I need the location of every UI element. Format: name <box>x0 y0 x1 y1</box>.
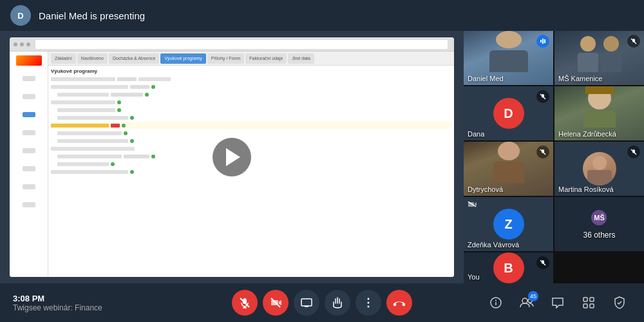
app-row-5 <box>51 107 451 113</box>
mic-button[interactable] <box>232 290 258 316</box>
presenter-name: Daniel Med is presenting <box>39 10 145 21</box>
svg-rect-1 <box>542 39 544 44</box>
tile-you[interactable]: B You <box>464 252 553 283</box>
app-row-7 <box>51 122 451 129</box>
app-tabs: Základní Navštíveno Docházka & Absence V… <box>48 52 454 66</box>
main-content: Základní Navštíveno Docházka & Absence V… <box>0 31 644 283</box>
app-sidebar <box>10 52 48 277</box>
tile-ms[interactable]: MŠ Kamenice <box>554 31 644 85</box>
svg-point-25 <box>495 300 497 301</box>
tile-ms-name: MŠ Kamenice <box>558 75 602 82</box>
bottom-toolbar: 3:08 PM Twigsee webinár: Finance <box>0 283 644 322</box>
app-logo <box>16 55 42 66</box>
avatar-stack: MŠ <box>590 209 608 227</box>
tile-dytrychova-name: Dytrychová <box>468 185 503 193</box>
speaking-icon <box>536 35 549 48</box>
svg-point-26 <box>522 298 527 303</box>
browser-url-bar <box>35 40 448 49</box>
participants-button[interactable]: 45 <box>515 291 538 314</box>
tile-dana[interactable]: D Dana <box>464 86 553 140</box>
app-row-12 <box>51 161 451 167</box>
dana-mute-icon <box>536 90 549 103</box>
svg-rect-22 <box>402 303 405 306</box>
svg-rect-29 <box>590 298 594 301</box>
app-tab-2: Navštíveno <box>77 53 108 64</box>
sidebar-item-5 <box>10 142 48 160</box>
security-button[interactable] <box>608 291 631 314</box>
tile-daniel[interactable]: Daniel Med <box>464 31 553 85</box>
app-row-11 <box>51 153 451 160</box>
ms-head-1 <box>580 36 596 52</box>
svg-rect-28 <box>583 298 587 301</box>
app-tab-7: Jiné data <box>288 53 314 64</box>
chat-button[interactable] <box>546 291 569 314</box>
tile-martina-name: Martina Rosíková <box>558 185 614 193</box>
martina-mute-icon <box>627 146 640 158</box>
you-mute-icon <box>536 256 549 269</box>
ms-mute-icon <box>627 35 640 48</box>
svg-rect-2 <box>544 39 545 43</box>
video-button[interactable] <box>263 290 289 316</box>
more-button[interactable] <box>355 290 381 316</box>
app-row-10 <box>51 146 451 152</box>
tile-dytrychova[interactable]: Dytrychová <box>464 142 553 196</box>
zdenka-avatar: Z <box>493 209 524 240</box>
ms-body-1 <box>578 53 598 72</box>
svg-rect-14 <box>271 300 278 305</box>
tile-zdenka[interactable]: Z Zdeňka Vávrová <box>464 197 553 251</box>
tile-you-name: You <box>468 273 480 281</box>
sidebar-item-6 <box>10 160 48 178</box>
tile-helena[interactable]: Helena Zdrůbecká <box>554 86 644 140</box>
svg-rect-30 <box>583 304 587 308</box>
helena-hair <box>585 86 614 94</box>
screen-share-button[interactable] <box>294 290 319 316</box>
app-row-8 <box>51 130 451 137</box>
app-section-title: Výukové programy <box>51 68 451 74</box>
app-row-6 <box>51 115 451 121</box>
svg-point-19 <box>368 302 370 304</box>
tile-36others-name: 36 others <box>583 231 615 240</box>
you-avatar: B <box>493 252 524 283</box>
ms-head-2 <box>603 36 619 52</box>
helena-body <box>583 111 616 128</box>
participants-badge: 45 <box>528 291 538 301</box>
tile-zdenka-name: Zdeňka Vávrová <box>468 241 519 249</box>
app-body: Výukové programy <box>48 66 454 179</box>
sidebar-item-4 <box>10 124 48 142</box>
tile-daniel-name: Daniel Med <box>468 75 504 82</box>
ms-person-1 <box>578 36 598 72</box>
app-row-1 <box>51 76 451 82</box>
dytr-head <box>498 142 520 160</box>
ms-person-2 <box>601 36 621 72</box>
app-row-13 <box>51 169 451 175</box>
top-bar: D Daniel Med is presenting <box>0 0 644 31</box>
play-button[interactable] <box>213 138 251 176</box>
tile-36others[interactable]: MŠ 36 others <box>554 197 644 251</box>
app-tab-5: Přílohy / Fonm <box>207 53 245 64</box>
time-info: 3:08 PM Twigsee webinár: Finance <box>13 294 225 312</box>
dytr-body <box>493 162 524 183</box>
app-row-3 <box>51 91 451 98</box>
end-call-button[interactable] <box>386 290 412 316</box>
tile-martina[interactable]: Martina Rosíková <box>554 142 644 196</box>
dytr-mute-icon <box>536 146 549 158</box>
browser-dot-3 <box>26 43 30 46</box>
browser-dot-1 <box>14 43 17 46</box>
svg-rect-21 <box>393 303 396 306</box>
screen-share-area: Základní Navštíveno Docházka & Absence V… <box>0 31 464 283</box>
svg-point-20 <box>368 306 370 308</box>
sidebar-item-2 <box>10 88 48 106</box>
info-button[interactable] <box>484 291 507 314</box>
daniel-head <box>496 31 522 48</box>
tile-helena-name: Helena Zdrůbecká <box>558 130 616 138</box>
toolbar-controls <box>232 290 412 316</box>
raise-hand-button[interactable] <box>325 290 350 316</box>
ms-body-2 <box>601 53 621 72</box>
apps-button[interactable] <box>577 291 600 314</box>
sidebar-item-3 <box>10 106 48 124</box>
svg-rect-15 <box>301 299 312 306</box>
app-row-4 <box>51 99 451 106</box>
play-icon <box>226 148 240 166</box>
sidebar-item-7 <box>10 178 48 196</box>
app-tab-6: Fakturační údaje <box>245 53 287 64</box>
